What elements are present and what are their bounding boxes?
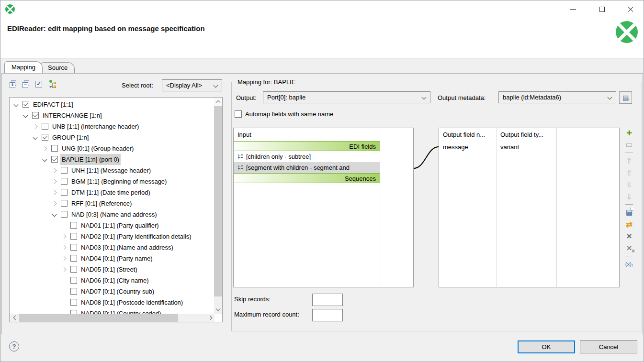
tree-item-checkbox[interactable] (61, 178, 68, 185)
tree-item-checkbox[interactable] (51, 145, 58, 152)
horizontal-scroll-thumb[interactable] (19, 314, 178, 322)
move-up-icon[interactable]: ⇧ (623, 167, 635, 178)
tree-item[interactable]: UNB [1:1] (Interchange header) (10, 121, 215, 132)
tree-item[interactable]: NAD05 [0:1] (Street) (10, 264, 215, 275)
check-elements-icon[interactable]: ✓ (35, 80, 44, 89)
output-port-combobox[interactable]: Port[0]: baplie (263, 91, 430, 103)
output-table-row[interactable]: messagevariant (439, 141, 619, 153)
expanded-chevron-icon[interactable] (23, 113, 28, 118)
remove-field-icon[interactable] (623, 139, 635, 151)
tree-item[interactable]: UNH [1:1] (Message header) (10, 165, 215, 176)
move-down-icon[interactable]: ⇩ (623, 179, 635, 190)
new-metadata-icon[interactable]: ▤ (623, 207, 635, 218)
expanded-chevron-icon[interactable] (33, 135, 38, 140)
scroll-left-icon[interactable] (11, 314, 19, 322)
help-button[interactable]: ? (9, 341, 19, 351)
tree-item-checkbox[interactable] (70, 266, 77, 273)
output-column-header[interactable]: Output field ty... (497, 128, 556, 141)
expanded-chevron-icon[interactable] (43, 157, 47, 162)
tree-item[interactable]: BGM [1:1] (Beginning of message) (10, 176, 215, 187)
collapsed-chevron-icon[interactable] (62, 245, 67, 250)
tree-item[interactable]: NAD07 [0:1] (Country sub) (10, 286, 215, 297)
collapsed-chevron-icon[interactable] (43, 146, 47, 151)
auto-map-icon[interactable]: ⇄ (623, 219, 635, 230)
expand-all-icon[interactable]: + (9, 80, 18, 89)
input-field-row[interactable]: [segment with children - segment and (234, 162, 380, 173)
tree-item[interactable]: NAD09 [0:1] (Country coded) (10, 308, 215, 314)
move-bottom-icon[interactable]: ⇓ (623, 191, 635, 202)
output-metadata-combobox[interactable]: baplie (id:Metadata6) (498, 91, 616, 103)
tree-item-checkbox[interactable] (70, 244, 77, 251)
tree-item-checkbox[interactable] (70, 277, 77, 284)
vertical-scroll-thumb[interactable] (214, 106, 222, 296)
collapsed-chevron-icon[interactable] (52, 201, 57, 206)
scroll-down-icon[interactable] (214, 305, 222, 313)
tree-item[interactable]: NAD06 [0:1] (City name) (10, 275, 215, 286)
tree-item[interactable]: EDIFACT [1:1] (10, 99, 215, 110)
tree-item[interactable]: NAD08 [0:1] (Postcode identification) (10, 297, 215, 308)
tree-item[interactable]: BAPLIE [1:n] (port 0) (10, 154, 215, 165)
tree-order-icon[interactable] (48, 80, 57, 89)
tree-item[interactable]: NAD03 [0:1] (Name and address) (10, 242, 215, 253)
clear-all-mappings-icon[interactable]: × (623, 242, 635, 254)
ok-button[interactable]: OK (518, 340, 575, 353)
tree-item[interactable]: DTM [1:1] (Date time period) (10, 187, 215, 198)
maximize-button[interactable] (594, 3, 610, 15)
tree-item-checkbox[interactable] (70, 255, 77, 262)
collapsed-chevron-icon[interactable] (33, 124, 38, 129)
move-top-icon[interactable]: ⇑ (623, 155, 635, 166)
tree-item-checkbox[interactable] (70, 288, 77, 295)
tree-item[interactable]: UNG [0:1] (Group header) (10, 143, 215, 154)
tree-item[interactable]: RFF [0:1] (Reference) (10, 198, 215, 209)
tree-item[interactable]: INTERCHANGE [1:n] (10, 110, 215, 121)
tree-item-checkbox[interactable] (70, 299, 77, 306)
collapsed-chevron-icon[interactable] (52, 190, 57, 195)
collapsed-chevron-icon[interactable] (52, 168, 57, 173)
skip-records-input[interactable] (312, 294, 343, 306)
automap-checkbox[interactable] (235, 110, 242, 118)
tree-item-checkbox[interactable] (70, 233, 77, 240)
add-field-icon[interactable]: + (623, 127, 635, 139)
scroll-up-icon[interactable] (214, 98, 222, 106)
input-field-row[interactable]: [children only - subtree] (234, 151, 413, 162)
tree-item-checkbox[interactable] (70, 310, 77, 314)
minimize-button[interactable] (565, 3, 581, 15)
tree-item-checkbox[interactable] (61, 200, 68, 207)
tree-item-checkbox[interactable] (61, 167, 68, 174)
tree-item-checkbox[interactable] (70, 222, 77, 229)
occurrences-icon[interactable]: (x)₁ (623, 258, 635, 270)
tree-vertical-scrollbar[interactable] (214, 98, 222, 314)
tree-item-checkbox[interactable] (42, 134, 48, 141)
output-column-header[interactable]: Output field n... (439, 128, 497, 141)
tree-item-checkbox[interactable] (61, 189, 68, 196)
tree-item-checkbox[interactable] (32, 112, 39, 119)
tree-item-checkbox[interactable] (42, 123, 48, 130)
clear-mapping-icon[interactable]: × (623, 230, 635, 242)
tree-item-checkbox[interactable] (23, 101, 29, 108)
collapsed-chevron-icon[interactable] (62, 256, 67, 261)
tree-item[interactable]: NAD01 [1:1] (Party qualifier) (10, 220, 215, 231)
collapsed-chevron-icon[interactable] (52, 179, 57, 184)
output-column-header[interactable] (556, 128, 619, 141)
tree-item-checkbox[interactable] (51, 156, 58, 163)
edit-metadata-button[interactable]: ▤ ✎ (619, 91, 632, 104)
collapsed-chevron-icon[interactable] (62, 267, 67, 272)
expanded-chevron-icon[interactable] (14, 102, 19, 107)
tab-source[interactable]: Source (41, 62, 75, 73)
collapse-all-icon[interactable]: − (22, 80, 31, 89)
tree-item[interactable]: NAD04 [0:1] (Party name) (10, 253, 215, 264)
tab-mapping[interactable]: Mapping (4, 61, 43, 73)
tree-item-checkbox[interactable] (61, 211, 68, 218)
collapsed-chevron-icon[interactable] (62, 234, 67, 239)
tree-item[interactable]: NAD [0:3] (Name and address) (10, 209, 215, 220)
tree-item[interactable]: GROUP [1:n] (10, 132, 215, 143)
select-root-combobox[interactable]: <Display All> (162, 79, 222, 91)
expanded-chevron-icon[interactable] (52, 212, 57, 217)
tree-item-label: NAD09 [0:1] (Country coded) (79, 308, 163, 314)
cancel-button[interactable]: Cancel (580, 340, 637, 353)
tree-item[interactable]: NAD02 [0:1] (Party identification detail… (10, 231, 215, 242)
max-record-count-input[interactable] (312, 309, 343, 321)
scroll-right-icon[interactable] (206, 314, 215, 322)
tree-horizontal-scrollbar[interactable] (10, 314, 215, 322)
close-button[interactable] (623, 3, 638, 15)
